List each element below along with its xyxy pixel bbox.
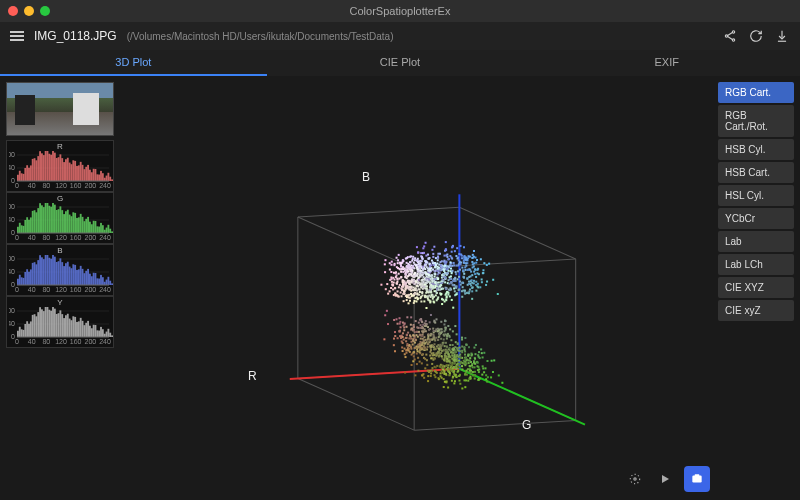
svg-rect-928 bbox=[501, 382, 503, 384]
svg-rect-94 bbox=[52, 203, 54, 233]
mode-hsb-cyl-[interactable]: HSB Cyl. bbox=[718, 139, 794, 160]
svg-rect-1788 bbox=[404, 288, 406, 290]
svg-rect-77 bbox=[21, 225, 23, 233]
svg-rect-46 bbox=[85, 167, 87, 181]
svg-rect-1736 bbox=[414, 359, 416, 361]
svg-rect-1841 bbox=[416, 285, 418, 287]
sidebar-right: RGB Cart.RGB Cart./Rot.HSB Cyl.HSB Cart.… bbox=[718, 76, 800, 500]
mode-hsb-cart-[interactable]: HSB Cart. bbox=[718, 162, 794, 183]
svg-rect-177 bbox=[83, 273, 85, 285]
svg-rect-1461 bbox=[476, 259, 478, 261]
svg-rect-1863 bbox=[456, 358, 458, 360]
svg-rect-44 bbox=[82, 165, 84, 181]
svg-rect-1567 bbox=[439, 272, 441, 274]
mode-rgb-cart-[interactable]: RGB Cart. bbox=[718, 82, 794, 103]
svg-rect-1706 bbox=[411, 294, 413, 296]
svg-rect-582 bbox=[442, 342, 444, 344]
minimize-window-button[interactable] bbox=[24, 6, 34, 16]
svg-rect-157 bbox=[47, 255, 49, 285]
svg-rect-189 bbox=[106, 280, 108, 285]
svg-rect-1829 bbox=[393, 344, 395, 346]
mode-lab-lch[interactable]: Lab LCh bbox=[718, 254, 794, 275]
svg-rect-1639 bbox=[465, 258, 467, 260]
svg-rect-1182 bbox=[469, 269, 471, 271]
svg-rect-1843 bbox=[441, 267, 443, 269]
plot-3d-viewport[interactable]: B R G bbox=[120, 76, 718, 500]
svg-rect-1474 bbox=[464, 293, 466, 295]
mode-ycbcr[interactable]: YCbCr bbox=[718, 208, 794, 229]
refresh-icon[interactable] bbox=[748, 28, 764, 44]
svg-rect-1399 bbox=[437, 259, 439, 261]
svg-rect-1660 bbox=[425, 296, 427, 298]
svg-rect-1059 bbox=[385, 288, 387, 290]
svg-rect-163 bbox=[58, 261, 60, 285]
tab-exif[interactable]: EXIF bbox=[533, 50, 800, 76]
svg-rect-1008 bbox=[475, 276, 477, 278]
svg-rect-887 bbox=[404, 353, 406, 355]
settings-icon[interactable] bbox=[624, 468, 646, 490]
svg-rect-175 bbox=[80, 266, 82, 285]
svg-rect-1693 bbox=[415, 264, 417, 266]
tab-3d-plot[interactable]: 3D Plot bbox=[0, 50, 267, 76]
svg-rect-41 bbox=[76, 166, 78, 181]
svg-rect-1278 bbox=[440, 338, 442, 340]
svg-rect-1242 bbox=[473, 347, 475, 349]
svg-rect-1764 bbox=[443, 359, 445, 361]
svg-rect-1614 bbox=[422, 342, 424, 344]
svg-rect-1779 bbox=[469, 357, 471, 359]
svg-rect-1265 bbox=[446, 346, 448, 348]
svg-rect-145 bbox=[24, 272, 26, 285]
mode-hsl-cyl-[interactable]: HSL Cyl. bbox=[718, 185, 794, 206]
svg-rect-491 bbox=[393, 264, 395, 266]
snapshot-button[interactable] bbox=[684, 466, 710, 492]
mode-cie-xyz[interactable]: CIE XYZ bbox=[718, 277, 794, 298]
svg-rect-894 bbox=[450, 351, 452, 353]
svg-rect-1507 bbox=[441, 350, 443, 352]
svg-rect-165 bbox=[61, 262, 63, 285]
mode-rgb-cart-rot-[interactable]: RGB Cart./Rot. bbox=[718, 105, 794, 137]
histogram-y: Y04010004080120160200240 bbox=[6, 296, 114, 348]
svg-rect-913 bbox=[423, 245, 425, 247]
svg-rect-1515 bbox=[449, 328, 451, 330]
share-icon[interactable] bbox=[722, 28, 738, 44]
svg-text:200: 200 bbox=[84, 338, 96, 345]
zoom-window-button[interactable] bbox=[40, 6, 50, 16]
svg-rect-1453 bbox=[452, 284, 454, 286]
svg-rect-1804 bbox=[411, 260, 413, 262]
svg-rect-84 bbox=[34, 210, 36, 233]
svg-rect-1138 bbox=[393, 272, 395, 274]
svg-rect-949 bbox=[387, 293, 389, 295]
svg-text:160: 160 bbox=[70, 338, 82, 345]
histogram-b: B04010004080120160200240 bbox=[6, 244, 114, 296]
svg-rect-171 bbox=[72, 264, 74, 285]
svg-rect-1615 bbox=[458, 375, 460, 377]
download-icon[interactable] bbox=[774, 28, 790, 44]
mode-cie-xyz[interactable]: CIE xyZ bbox=[718, 300, 794, 321]
svg-rect-792 bbox=[483, 371, 485, 373]
svg-rect-191 bbox=[109, 281, 111, 285]
tab-cie-plot[interactable]: CIE Plot bbox=[267, 50, 534, 76]
svg-rect-1870 bbox=[405, 269, 407, 271]
svg-rect-691 bbox=[459, 383, 461, 385]
svg-rect-250 bbox=[96, 330, 98, 337]
mode-lab[interactable]: Lab bbox=[718, 231, 794, 252]
svg-rect-1851 bbox=[437, 268, 439, 270]
svg-rect-235 bbox=[69, 319, 71, 337]
svg-rect-952 bbox=[394, 335, 396, 337]
svg-rect-1800 bbox=[428, 279, 430, 281]
image-thumbnail[interactable] bbox=[6, 82, 114, 136]
svg-rect-1258 bbox=[394, 287, 396, 289]
svg-rect-1571 bbox=[472, 286, 474, 288]
svg-rect-115 bbox=[91, 224, 93, 233]
close-window-button[interactable] bbox=[8, 6, 18, 16]
svg-rect-1328 bbox=[406, 299, 408, 301]
svg-rect-1409 bbox=[443, 260, 445, 262]
svg-rect-1604 bbox=[400, 276, 402, 278]
play-icon[interactable] bbox=[654, 468, 676, 490]
menu-button[interactable] bbox=[10, 31, 24, 41]
svg-rect-1625 bbox=[429, 355, 431, 357]
svg-rect-1048 bbox=[463, 246, 465, 248]
svg-rect-85 bbox=[35, 212, 37, 233]
svg-rect-941 bbox=[422, 273, 424, 275]
svg-rect-1859 bbox=[464, 359, 466, 361]
